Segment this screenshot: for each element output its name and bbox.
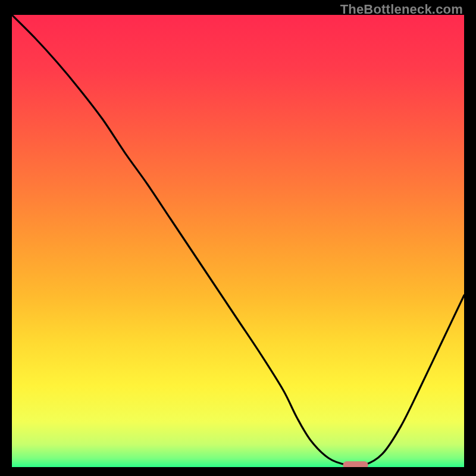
chart-background: [12, 15, 464, 467]
chart-svg: [12, 15, 464, 467]
chart-frame: [12, 15, 464, 467]
optimum-marker: [343, 461, 368, 467]
